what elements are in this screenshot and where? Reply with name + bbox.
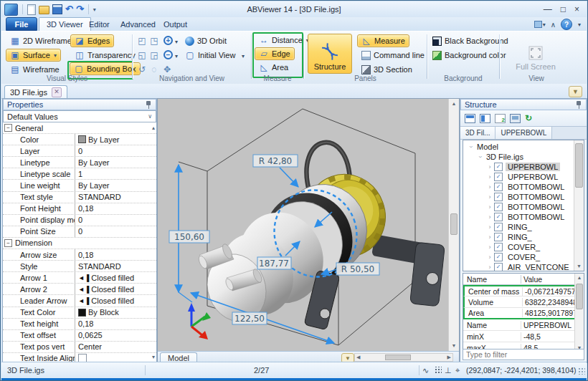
pin-icon[interactable] bbox=[575, 100, 582, 110]
visibility-checkbox[interactable]: ✓ bbox=[494, 213, 503, 221]
2d-wireframe-button[interactable]: ▦2D Wireframe bbox=[6, 34, 76, 47]
tree-scrollbar[interactable]: ▼ bbox=[574, 140, 584, 271]
viewport-vertical-scrollbar[interactable]: ▲ ▼ bbox=[448, 99, 459, 351]
expander-icon[interactable]: › bbox=[486, 163, 493, 170]
osnap-curve-icon[interactable]: ∿ bbox=[422, 366, 429, 375]
tab-upperbowl[interactable]: UPPERBOWL bbox=[495, 127, 552, 139]
property-row[interactable]: Arrow size0,18 bbox=[3, 249, 156, 261]
tree-item-label[interactable]: COVER_ bbox=[506, 253, 542, 261]
property-value[interactable]: 0,0625 bbox=[75, 330, 156, 341]
maximize-button[interactable]: □ bbox=[561, 3, 566, 16]
tab-3d-file[interactable]: 3D Fil... bbox=[460, 127, 495, 139]
property-value[interactable]: 0,18 bbox=[75, 319, 156, 329]
rotate-35-icon[interactable]: ↺ bbox=[137, 64, 147, 74]
tree-item[interactable]: ›✓BOTTOMBOWL bbox=[463, 202, 584, 212]
zoom-in-icon[interactable]: + bbox=[163, 36, 173, 45]
table-row[interactable]: Center of mass-0,0672149757... bbox=[463, 285, 584, 296]
area-button[interactable]: ◺Area bbox=[255, 61, 293, 74]
expander-icon[interactable]: › bbox=[486, 254, 493, 261]
undo-icon[interactable]: ↶ bbox=[65, 5, 73, 14]
property-row[interactable]: Point display mode0 bbox=[3, 215, 156, 226]
expander-icon[interactable]: › bbox=[486, 203, 493, 211]
properties-preset-dropdown[interactable]: Default Values ∨ bbox=[3, 110, 156, 122]
tree-item[interactable]: ›✓RING_ bbox=[463, 232, 584, 242]
ortho-icon[interactable]: ⊥ bbox=[445, 366, 452, 375]
tree-item-label[interactable]: AIR_VENTCONE bbox=[506, 263, 572, 271]
property-value[interactable]: 0 bbox=[75, 226, 156, 237]
document-tab[interactable]: 3D File.igs ✕ bbox=[4, 85, 67, 98]
zoom-window-icon[interactable]: ◳ bbox=[149, 36, 159, 46]
tree-item[interactable]: ›✓AIR_VENTCONE bbox=[463, 262, 584, 271]
grid-icon[interactable] bbox=[434, 367, 442, 375]
initial-view-button[interactable]: ▢Initial View bbox=[181, 49, 240, 62]
visibility-checkbox[interactable]: ✓ bbox=[494, 263, 503, 271]
tree-item[interactable]: ›✓BOTTOMBOWL bbox=[463, 182, 584, 192]
property-value[interactable]: Center bbox=[75, 342, 156, 352]
tree-item[interactable]: ›✓COVER_ bbox=[463, 242, 584, 252]
property-value[interactable]: 0 bbox=[75, 145, 156, 156]
tree-item-label[interactable]: BOTTOMBOWL bbox=[506, 213, 566, 221]
property-row[interactable]: Point Size0 bbox=[3, 226, 156, 238]
expander-icon[interactable]: › bbox=[477, 153, 484, 160]
zoom-out-icon[interactable]: − bbox=[163, 50, 173, 59]
redo-icon[interactable]: ↷ bbox=[76, 5, 84, 14]
fit-all-icon[interactable]: ◲ bbox=[149, 50, 159, 60]
scrollbar-thumb[interactable] bbox=[450, 213, 457, 235]
expander-icon[interactable]: › bbox=[486, 193, 493, 201]
help-button[interactable]: ? bbox=[561, 19, 572, 30]
tree-item[interactable]: ›✓UPPERBOWL bbox=[463, 172, 584, 182]
expander-icon[interactable]: › bbox=[468, 143, 475, 150]
tree-item-label[interactable]: 3D File.igs bbox=[484, 153, 526, 161]
visibility-checkbox[interactable]: ✓ bbox=[494, 223, 503, 231]
col-name[interactable]: Name bbox=[463, 275, 521, 284]
tree-item[interactable]: ›Model bbox=[463, 142, 584, 152]
property-value[interactable]: By Layer bbox=[75, 157, 156, 168]
tree-item[interactable]: ›✓COVER_ bbox=[463, 252, 584, 262]
property-value[interactable]: 0 bbox=[75, 215, 156, 226]
property-row[interactable]: Arrow 2◄▐Closed filled bbox=[3, 284, 156, 295]
filter-input[interactable] bbox=[463, 349, 584, 360]
property-value[interactable]: ◄▐Closed filled bbox=[75, 295, 156, 306]
minimize-button[interactable]: — bbox=[544, 3, 552, 16]
app-logo-icon[interactable] bbox=[4, 4, 18, 16]
property-row[interactable]: LinetypeBy Layer bbox=[3, 157, 156, 168]
property-row[interactable]: Font Height0,18 bbox=[3, 203, 156, 215]
tree-item-label[interactable]: UPPERBOWL bbox=[506, 173, 560, 181]
property-row[interactable]: Leader Arrow◄▐Closed filled bbox=[3, 295, 156, 307]
second-view-icon[interactable] bbox=[495, 114, 506, 123]
scroll-right-icon[interactable]: ▶ bbox=[446, 354, 452, 361]
property-value[interactable]: ◄▐Closed filled bbox=[75, 284, 156, 294]
tree-item-label[interactable]: COVER_ bbox=[506, 243, 542, 251]
expander-icon[interactable]: › bbox=[486, 243, 493, 251]
expander-icon[interactable]: › bbox=[486, 264, 493, 271]
visibility-checkbox[interactable]: ✓ bbox=[494, 183, 503, 191]
property-row[interactable]: Text offset0,0625 bbox=[3, 330, 156, 342]
scroll-left-icon[interactable]: ◀ bbox=[355, 354, 361, 361]
save-file-icon[interactable] bbox=[52, 4, 62, 14]
open-file-icon[interactable] bbox=[39, 6, 49, 14]
visibility-checkbox[interactable]: ✓ bbox=[494, 173, 503, 181]
property-row[interactable]: ColorBy Layer bbox=[3, 134, 156, 145]
property-group-row[interactable]: −Dimension bbox=[3, 238, 156, 249]
tree-item-label[interactable]: BOTTOMBOWL bbox=[506, 183, 566, 191]
visibility-checkbox[interactable]: ✓ bbox=[494, 233, 503, 241]
tab-list-chevron-icon[interactable]: ▼ bbox=[569, 86, 582, 97]
property-value[interactable]: By Block bbox=[75, 307, 156, 318]
property-value[interactable]: By Layer bbox=[75, 134, 156, 145]
table-scrollbar[interactable]: ▲ ▼ bbox=[574, 274, 584, 352]
tree-item[interactable]: ›✓RING_ bbox=[463, 222, 584, 232]
expander-icon[interactable]: › bbox=[486, 233, 493, 241]
export-view-icon[interactable] bbox=[510, 114, 521, 123]
property-value[interactable]: 1 bbox=[75, 168, 156, 179]
property-value[interactable]: ◄▐Closed filled bbox=[75, 272, 156, 283]
table-row[interactable]: NameUPPERBOWL bbox=[463, 319, 584, 331]
visibility-checkbox[interactable]: ✓ bbox=[494, 193, 503, 201]
structure-button[interactable]: Structure bbox=[308, 34, 352, 74]
property-row[interactable]: StyleSTANDARD bbox=[3, 261, 156, 272]
vertical-split-icon[interactable] bbox=[480, 114, 490, 123]
transparency-button[interactable]: ◫Transparency bbox=[70, 49, 140, 62]
visibility-checkbox[interactable]: ✓ bbox=[494, 243, 503, 251]
tree-item[interactable]: ›✓UPPERBOWL bbox=[463, 162, 584, 172]
background-color-button[interactable]: Background color bbox=[430, 49, 508, 62]
tab-file[interactable]: File bbox=[6, 17, 37, 31]
